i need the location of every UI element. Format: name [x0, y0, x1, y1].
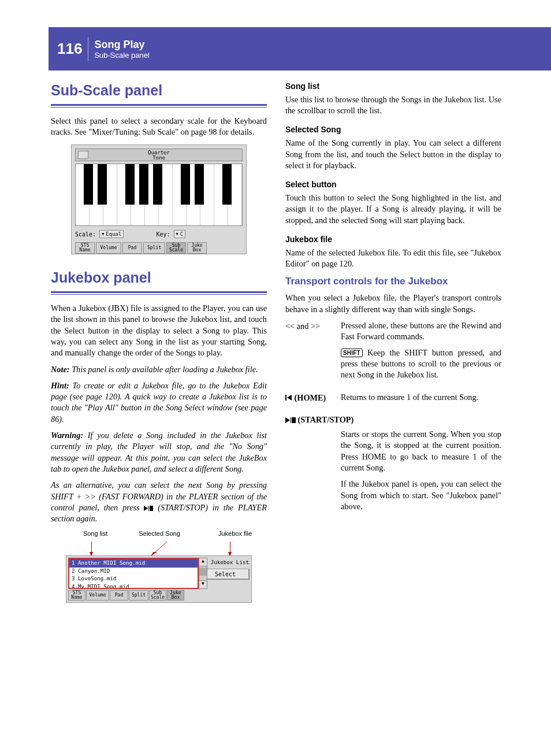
h-songlist: Song list — [285, 81, 501, 92]
p-songlist: Use this list to browse through the Song… — [285, 94, 501, 117]
body-shift: SHIFT Keep the SHIFT button pressed, and… — [341, 347, 501, 381]
fig-lock-icon — [78, 151, 88, 159]
label-jukeboxfile: Jukebox file — [194, 529, 252, 538]
def-rewind-ff: << and >> Pressed alone, these buttons a… — [285, 320, 501, 386]
p-selected: Name of the Song currently in play. You … — [285, 138, 501, 171]
term-startstop: (START/STOP) — [285, 414, 353, 425]
body-home: Returns to measure 1 of the current Song… — [341, 392, 501, 403]
heading-rule — [51, 104, 267, 108]
term-home: (HOME) — [285, 392, 335, 403]
list-item: 2 Canyon.MID — [69, 568, 198, 575]
shift-icon: SHIFT — [341, 349, 363, 358]
playstop-icon — [285, 415, 296, 424]
transport-heading: Transport controls for the Jukebox — [285, 275, 501, 288]
p-selbtn: Touch this button to select the Song hig… — [285, 192, 501, 226]
scale-label: Scale: — [75, 231, 96, 239]
list-item: 1 Another MIDI Song.mid — [69, 559, 198, 567]
page-header: 116 Song Play Sub-Scale panel — [49, 27, 551, 71]
header-title: Song Play — [94, 39, 149, 51]
note-para: Note: This panel is only available after… — [51, 364, 267, 375]
page-number: 116 — [57, 37, 88, 61]
scale-combo: ▼Equal — [99, 230, 124, 238]
scrollbar: ▲ ▼ — [199, 558, 207, 589]
hint-para: Hint: To create or edit a Jukebox file, … — [51, 380, 267, 425]
header-subtitle: Sub-Scale panel — [94, 51, 149, 60]
scroll-down-icon: ▼ — [199, 580, 207, 588]
list-item: 3 LoveSong.mid — [69, 575, 198, 583]
list-item: 4 My MIDI Song.mid — [69, 583, 198, 588]
home-icon — [285, 393, 292, 402]
fig1-tabs: STS Name Volume Pad Split Sub Scale Juke… — [75, 242, 243, 254]
svg-marker-0 — [144, 506, 148, 511]
subscale-figure: Quarter Tone Scale: ▼Equal Key: — [71, 144, 247, 254]
def-home: (HOME) Returns to measure 1 of the curre… — [285, 392, 501, 408]
heading-jukebox: Jukebox panel — [51, 268, 267, 290]
jukebox-intro: When a Jukebox (JBX) file is assigned to… — [51, 303, 267, 358]
jukebox-figure-wrap: Song list Selected Song Jukebox file 1 A… — [66, 529, 252, 603]
key-label: Key: — [156, 231, 170, 239]
scroll-up-icon: ▲ — [199, 558, 207, 566]
warning-para: Warning: If you delete a Song included i… — [51, 430, 267, 475]
alternative-para: As an alternative, you can select the ne… — [51, 480, 267, 524]
label-songlist: Song list — [66, 529, 125, 538]
svg-marker-4 — [287, 395, 292, 401]
def-startstop: (START/STOP) Starts or stops the current… — [285, 414, 501, 517]
jukebox-file-name: My Jukebox List… — [201, 559, 250, 566]
svg-marker-5 — [285, 417, 290, 423]
p-jbx: Name of the selected Jukebox file. To ed… — [285, 247, 501, 270]
term-rewind-ff: << and >> — [285, 320, 335, 332]
label-selectedsong: Selected Song — [125, 529, 194, 538]
jukebox-figure: 1 Another MIDI Song.mid 2 Canyon.MID 3 L… — [66, 555, 252, 603]
svg-rect-3 — [285, 395, 286, 401]
transport-intro: When you select a Jukebox file, the Play… — [285, 292, 501, 315]
h-jbx: Jukebox file — [285, 234, 501, 245]
body-rewind-ff: Pressed alone, these buttons are the Rew… — [341, 320, 501, 343]
heading-subscale: Sub-Scale panel — [51, 81, 267, 102]
h-selbtn: Select button — [285, 179, 501, 190]
svg-rect-7 — [292, 417, 296, 423]
body-startstop-1: Starts or stops the current Song. When y… — [341, 429, 501, 473]
key-combo: ▼C — [174, 230, 186, 238]
h-selected: Selected Song — [285, 124, 501, 135]
select-button: Select — [201, 569, 250, 580]
subscale-intro: Select this panel to select a secondary … — [51, 116, 267, 138]
jukebox-song-list: 1 Another MIDI Song.mid 2 Canyon.MID 3 L… — [68, 558, 199, 589]
right-column: Song list Use this list to browse throug… — [285, 81, 501, 603]
piano-keyboard — [75, 164, 243, 226]
heading-rule-2 — [51, 291, 267, 295]
body-startstop-2: If the Jukebox panel is open, you can se… — [341, 479, 501, 512]
left-column: Sub-Scale panel Select this panel to sel… — [51, 81, 267, 603]
quarter-tone-label: Quarter Tone — [148, 150, 170, 161]
playstop-icon — [144, 503, 153, 512]
